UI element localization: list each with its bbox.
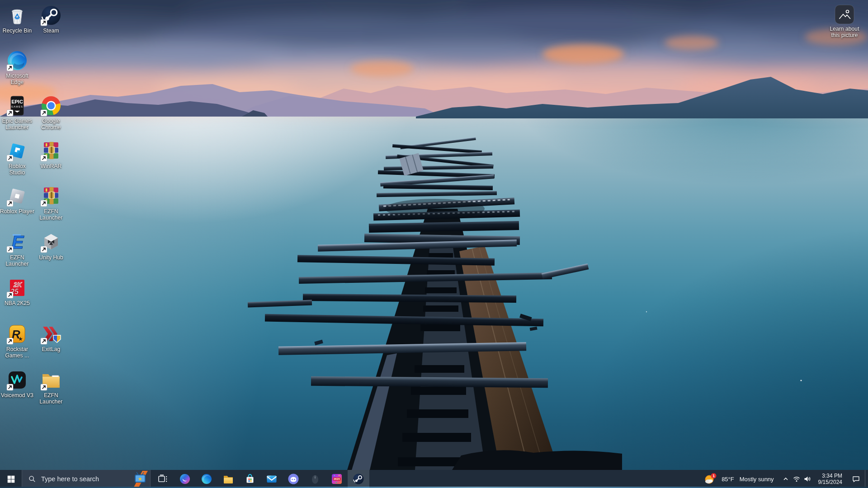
shortcut-arrow-overlay xyxy=(41,384,47,390)
taskbar: ★ 2K24 1 xyxy=(0,470,868,488)
desktop-icon-google-chrome[interactable]: Google Chrome xyxy=(29,95,73,131)
desktop-icon-unity-hub[interactable]: Unity Hub xyxy=(29,231,73,261)
pinned-faint-app-icon xyxy=(309,473,321,485)
system-tray: 1 85°F Mostly sunny 3:34 PM 9/15/2024 xyxy=(704,470,868,488)
svg-text:EPIC: EPIC xyxy=(11,99,23,104)
icon-label: Rockstar Games ... xyxy=(5,346,29,359)
taskbar-app-microsoft-store[interactable] xyxy=(239,470,261,488)
action-center-icon[interactable] xyxy=(850,470,861,488)
shortcut-arrow-overlay xyxy=(41,246,47,253)
task-view-icon xyxy=(157,473,170,485)
shortcut-arrow-overlay xyxy=(7,110,13,116)
shortcut-arrow-overlay xyxy=(41,19,47,26)
search-highlight-tv-icon[interactable]: ★ xyxy=(132,471,149,487)
microsoft-store-icon xyxy=(244,473,256,485)
nba-2k25-icon: 2K 25 xyxy=(6,277,28,299)
winrar-icon xyxy=(40,140,62,162)
taskbar-app-pinned-faint-app[interactable] xyxy=(304,470,326,488)
pier-collapsed-cluster xyxy=(377,137,497,219)
desktop-icon-steam[interactable]: Steam xyxy=(29,5,73,34)
weather-temperature: 85°F xyxy=(722,476,734,483)
icon-label: Unity Hub xyxy=(39,254,63,261)
shortcut-arrow-overlay xyxy=(41,110,47,116)
svg-text:1: 1 xyxy=(712,474,715,478)
desktop-icon-nba-2k25[interactable]: 2K 25NBA 2K25 xyxy=(0,277,39,306)
svg-text:★: ★ xyxy=(138,476,143,482)
taskbar-app-discord[interactable] xyxy=(283,470,304,488)
search-icon xyxy=(28,475,36,483)
svg-text:★: ★ xyxy=(18,336,23,342)
weather-condition: Mostly sunny xyxy=(740,476,774,483)
spotlight-label: Learn about this picture xyxy=(830,26,859,38)
copilot-icon xyxy=(179,473,191,485)
recycle-bin-icon xyxy=(6,5,28,26)
desktop-icon-ezfn-launcher-folder[interactable]: E EZFN Launcher xyxy=(29,369,73,405)
search-box[interactable]: ★ xyxy=(22,470,151,488)
show-desktop-button[interactable] xyxy=(865,470,868,488)
desktop-icon-ezfn-launcher-rar[interactable]: EZFN Launcher xyxy=(29,185,73,221)
ezfn-launcher-rar-icon xyxy=(40,185,62,207)
ezfn-launcher-app-icon: E xyxy=(6,231,28,253)
wallpaper-scene xyxy=(0,0,868,470)
google-chrome-icon xyxy=(40,95,62,117)
desktop-icon-exitlag[interactable]: ExitLag xyxy=(29,323,73,352)
weather-sun-cloud-icon: 1 xyxy=(704,473,717,485)
tray-wifi-icon[interactable] xyxy=(791,470,802,488)
taskbar-app-copilot[interactable] xyxy=(174,470,196,488)
picture-icon xyxy=(835,5,854,24)
mail-icon xyxy=(265,473,278,485)
shortcut-arrow-overlay xyxy=(7,65,13,71)
icon-label: Epic Games Launcher xyxy=(2,118,32,131)
clock-date: 9/15/2024 xyxy=(818,479,842,485)
taskbar-app-microsoft-edge[interactable] xyxy=(196,470,217,488)
taskbar-clock[interactable]: 3:34 PM 9/15/2024 xyxy=(818,473,842,485)
taskbar-app-nba-2k24[interactable]: 2K24 xyxy=(326,470,348,488)
svg-text:2K24: 2K24 xyxy=(334,478,340,480)
learn-about-picture-widget[interactable]: Learn about this picture xyxy=(819,5,868,38)
tray-volume-icon[interactable] xyxy=(802,470,813,488)
shortcut-arrow-overlay xyxy=(7,292,13,298)
taskbar-app-file-explorer[interactable] xyxy=(217,470,239,488)
ezfn-launcher-folder-icon: E xyxy=(40,369,62,391)
shortcut-arrow-overlay xyxy=(7,246,13,253)
icon-label: Google Chrome xyxy=(41,118,61,131)
icon-label: EZFN Launcher xyxy=(40,208,63,221)
svg-text:2K: 2K xyxy=(13,281,22,288)
icon-label: EZFN Launcher xyxy=(6,254,29,267)
taskbar-app-mail[interactable] xyxy=(261,470,283,488)
shortcut-arrow-overlay xyxy=(7,155,13,161)
shortcut-arrow-overlay xyxy=(7,338,13,344)
shortcut-arrow-overlay xyxy=(7,384,13,390)
search-input[interactable] xyxy=(40,475,119,483)
taskbar-app-steam[interactable] xyxy=(348,470,369,488)
shortcut-arrow-overlay xyxy=(7,200,13,206)
icon-label: Microsoft Edge xyxy=(6,73,28,85)
epic-games-launcher-icon: EPIC GAMES xyxy=(6,95,28,117)
roblox-studio-icon xyxy=(6,140,28,162)
desktop-icon-microsoft-edge[interactable]: Microsoft Edge xyxy=(0,50,39,85)
desktop-icon-winrar[interactable]: WinRAR xyxy=(29,140,73,169)
weather-widget[interactable]: 1 85°F Mostly sunny xyxy=(704,473,774,485)
icon-label: ExitLag xyxy=(42,346,61,352)
unity-hub-icon xyxy=(40,231,62,253)
icon-label: WinRAR xyxy=(41,163,62,169)
icon-label: NBA 2K25 xyxy=(5,300,30,306)
nba-2k24-icon: 2K24 xyxy=(330,473,343,485)
voicemod-v3-icon xyxy=(6,369,28,391)
discord-icon xyxy=(287,473,300,485)
shortcut-arrow-overlay xyxy=(41,200,47,206)
start-button[interactable] xyxy=(0,470,22,488)
tray-chevron-up-icon[interactable] xyxy=(780,470,791,488)
icon-label: Voicemod V3 xyxy=(1,392,33,399)
icon-label: Recycle Bin xyxy=(3,28,32,34)
icon-label: EZFN Launcher xyxy=(40,392,63,405)
microsoft-edge-icon xyxy=(6,50,28,71)
taskbar-apps: 2K24 xyxy=(152,470,369,488)
roblox-player-icon xyxy=(6,185,28,207)
steam-icon xyxy=(352,473,365,485)
file-explorer-icon xyxy=(222,473,235,485)
steam-icon xyxy=(40,5,62,26)
shortcut-arrow-overlay xyxy=(41,155,47,161)
windows-logo-icon xyxy=(7,475,15,483)
taskbar-app-task-view[interactable] xyxy=(152,470,174,488)
